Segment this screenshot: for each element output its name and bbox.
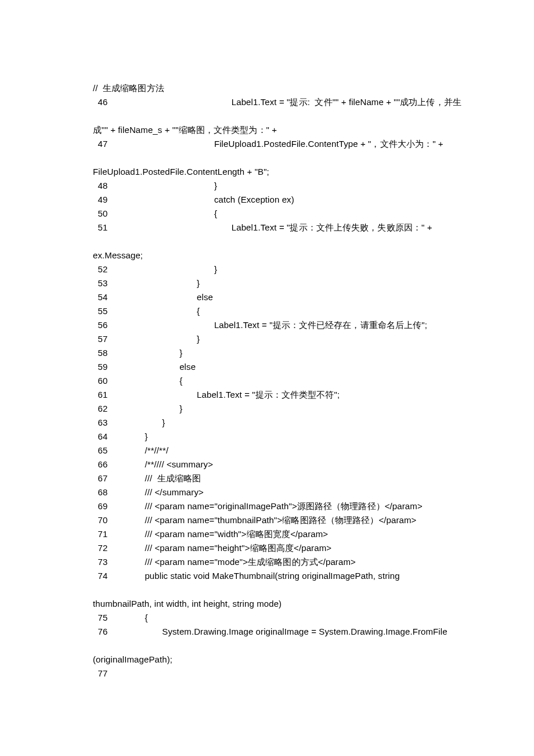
code-line: thumbnailPath, int width, int height, st… (93, 597, 444, 611)
code-line: 49 catch (Exception ex) (93, 193, 444, 207)
code-line: ex.Message; (93, 249, 444, 262)
code-line: 58 } (93, 346, 444, 360)
code-line: 73 /// <param name="mode">生成缩略图的方式</para… (93, 555, 444, 569)
code-line: 59 else (93, 360, 444, 374)
code-line: 63 } (93, 416, 444, 430)
code-block: 46 Label1.Text = "提示: 文件"" + fileName + … (93, 95, 444, 681)
code-line: 成"" + fileName_s + ""缩略图，文件类型为：" + (93, 123, 444, 137)
code-line: 67 /// 生成缩略图 (93, 471, 444, 485)
blank-line (93, 235, 444, 249)
code-line: 66 /**//// <summary> (93, 458, 444, 471)
code-line: 60 { (93, 374, 444, 388)
code-line: 74 public static void MakeThumbnail(stri… (93, 569, 444, 583)
code-line: 71 /// <param name="width">缩略图宽度</param> (93, 527, 444, 541)
code-line: 54 else (93, 290, 444, 304)
code-line: 50 { (93, 207, 444, 221)
code-line: 77 (93, 667, 444, 681)
code-line: 61 Label1.Text = "提示：文件类型不符"; (93, 388, 444, 402)
code-line: 48 } (93, 179, 444, 193)
code-line: 56 Label1.Text = "提示：文件已经存在，请重命名后上传"; (93, 318, 444, 332)
code-line: 51 Label1.Text = "提示：文件上传失败，失败原因：" + (93, 221, 444, 235)
code-line: 70 /// <param name="thumbnailPath">缩略图路径… (93, 513, 444, 527)
code-line: 57 } (93, 332, 444, 346)
code-line: 62 } (93, 402, 444, 416)
code-line: 76 System.Drawing.Image originalImage = … (93, 625, 444, 639)
code-line: 69 /// <param name="originalImagePath">源… (93, 499, 444, 513)
code-line: 53 } (93, 276, 444, 290)
code-line: (originalImagePath); (93, 653, 444, 667)
blank-line (93, 583, 444, 597)
code-line: 72 /// <param name="height">缩略图高度</param… (93, 541, 444, 555)
code-line: 75 { (93, 611, 444, 625)
code-line: 68 /// </summary> (93, 485, 444, 499)
code-line: 55 { (93, 304, 444, 318)
page-header: // 生成缩略图方法 (93, 81, 444, 95)
blank-line (93, 639, 444, 653)
code-line: 64 } (93, 430, 444, 444)
code-line: 46 Label1.Text = "提示: 文件"" + fileName + … (93, 95, 444, 109)
code-line: 47 FileUpload1.PostedFile.ContentType + … (93, 137, 444, 151)
code-line: 65 /**//**/ (93, 444, 444, 458)
document-page: // 生成缩略图方法 46 Label1.Text = "提示: 文件"" + … (0, 0, 534, 727)
blank-line (93, 109, 444, 123)
blank-line (93, 151, 444, 165)
code-line: FileUpload1.PostedFile.ContentLength + "… (93, 165, 444, 179)
code-line: 52 } (93, 262, 444, 276)
